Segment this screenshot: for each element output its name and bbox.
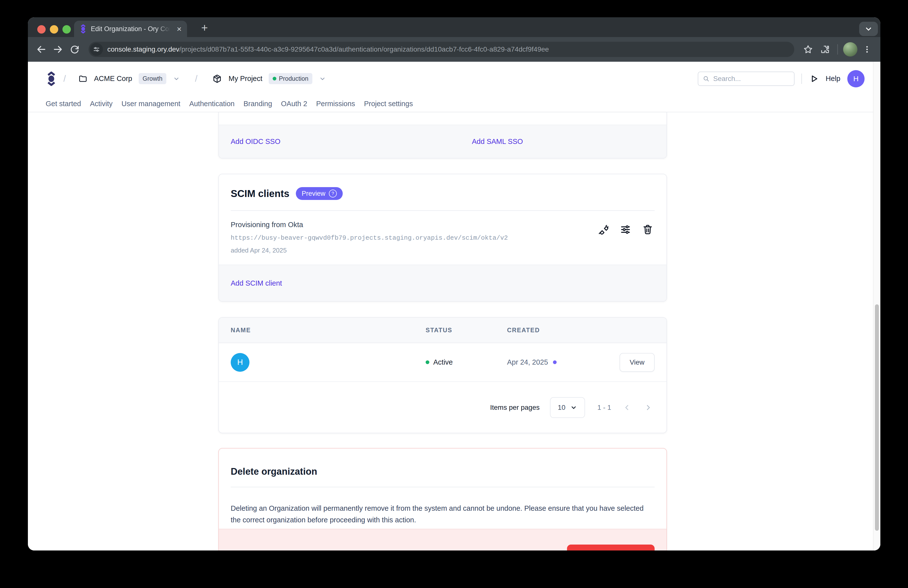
view-button[interactable]: View [620, 353, 655, 372]
browser-menu-button[interactable] [860, 42, 874, 57]
project-name[interactable]: My Project [229, 74, 262, 83]
pagination: Items per pages 10 1 - 1 [219, 382, 667, 433]
url-domain: console.staging.ory.dev [107, 45, 179, 53]
screenshot-stage: Edit Organization - Ory Console × + [0, 0, 908, 588]
user-avatar[interactable]: H [847, 70, 865, 87]
add-scim-client-link[interactable]: Add SCIM client [231, 279, 282, 287]
address-bar[interactable]: console.staging.ory.dev/projects/d087b7a… [89, 42, 794, 57]
console-header: / ACME Corp Growth / My Project Producti… [28, 62, 881, 95]
page-scrollbar[interactable] [873, 62, 881, 551]
project-box-icon [212, 74, 222, 84]
add-oidc-sso-link[interactable]: Add OIDC SSO [231, 137, 280, 146]
search-box[interactable] [698, 72, 794, 86]
sso-card: Add OIDC SSO Add SAML SSO [218, 112, 667, 158]
scim-clients-title: SCIM clients [231, 188, 290, 199]
table-header: NAME STATUS CREATED [219, 318, 667, 343]
star-icon [803, 44, 813, 55]
sliders-icon [620, 224, 631, 235]
table-row[interactable]: H Active Apr 24, 2025 View [219, 343, 667, 382]
previous-page-button[interactable] [621, 402, 633, 413]
workspace-chevron-down-icon[interactable] [173, 75, 180, 82]
page-size-value: 10 [558, 404, 565, 411]
nav-get-started[interactable]: Get started [46, 100, 81, 108]
preview-badge-label: Preview [302, 190, 325, 198]
browser-profile-button[interactable] [843, 42, 858, 57]
new-tab-button[interactable]: + [198, 21, 211, 35]
production-status-dot [273, 77, 276, 81]
tab-search-button[interactable] [859, 22, 878, 36]
created-cell: Apr 24, 2025 [507, 358, 620, 366]
maximize-window-button[interactable] [63, 25, 71, 34]
back-arrow-icon [36, 44, 47, 55]
scim-mapping-button[interactable] [618, 223, 633, 237]
scim-client-url: https://busy-beaver-gqwvd0fb79.projects.… [231, 234, 508, 242]
scim-divider [231, 210, 655, 211]
chevron-left-icon [623, 403, 631, 412]
unplug-icon [597, 224, 609, 235]
scim-connection-button[interactable] [596, 223, 610, 237]
chevron-right-icon [644, 403, 652, 412]
delete-description: Deleting an Organization will permanentl… [231, 503, 648, 526]
forward-button[interactable] [51, 42, 65, 57]
reload-button[interactable] [68, 42, 82, 57]
workspace-name[interactable]: ACME Corp [94, 74, 132, 83]
scim-client-actions [596, 223, 655, 254]
nav-permissions[interactable]: Permissions [316, 100, 355, 108]
kebab-menu-icon [862, 45, 872, 54]
scim-client-name: Provisioning from Okta [231, 221, 508, 229]
back-button[interactable] [34, 42, 48, 57]
ory-favicon-icon [79, 24, 87, 34]
info-icon: ? [329, 190, 337, 198]
browser-window: Edit Organization - Ory Console × + [28, 17, 881, 551]
delete-organization-button[interactable]: Delete organization [567, 545, 655, 551]
search-input[interactable] [713, 75, 790, 83]
trash-icon [642, 224, 654, 235]
project-chevron-down-icon[interactable] [319, 75, 326, 82]
scim-delete-button[interactable] [641, 223, 655, 237]
nav-oauth2[interactable]: OAuth 2 [281, 100, 307, 108]
next-page-button[interactable] [643, 402, 654, 413]
url-path: /projects/d087b7a1-55f3-440c-a3c9-929564… [179, 45, 549, 53]
preview-badge[interactable]: Preview ? [296, 187, 343, 200]
items-per-page-select[interactable]: 10 [550, 397, 585, 418]
tab-close-icon[interactable]: × [177, 25, 182, 33]
tune-icon [93, 46, 100, 53]
delete-card-footer: This action cannot be undone Delete orga… [219, 529, 667, 551]
help-link[interactable]: Help [826, 74, 840, 83]
sso-card-footer: Add OIDC SSO Add SAML SSO [219, 125, 667, 158]
bookmark-button[interactable] [801, 42, 815, 57]
browser-toolbar: console.staging.ory.dev/projects/d087b7a… [28, 37, 881, 62]
changelog-play-icon[interactable] [809, 74, 819, 84]
status-cell: Active [426, 358, 507, 366]
add-saml-sso-link[interactable]: Add SAML SSO [472, 137, 523, 146]
extensions-button[interactable] [818, 42, 832, 57]
nav-activity[interactable]: Activity [90, 100, 113, 108]
nav-branding[interactable]: Branding [243, 100, 272, 108]
browser-tab[interactable]: Edit Organization - Ory Console × [74, 21, 187, 37]
chevron-down-icon [570, 404, 577, 411]
delete-divider [231, 487, 655, 487]
organization-table-card: NAME STATUS CREATED H Active Apr 24, 202… [218, 317, 667, 433]
breadcrumb-separator-2: / [195, 74, 197, 84]
browser-profile-avatar [843, 42, 857, 56]
project-env-label: Production [279, 75, 308, 82]
scrollbar-thumb[interactable] [875, 304, 879, 531]
scim-clients-card: SCIM clients Preview ? Provisioning from… [218, 174, 667, 302]
close-window-button[interactable] [37, 25, 46, 34]
pagination-range: 1 - 1 [597, 404, 611, 411]
scim-client-added: added Apr 24, 2025 [231, 246, 508, 254]
reload-icon [69, 44, 80, 55]
row-avatar: H [231, 353, 250, 372]
project-nav: Get started Activity User management Aut… [28, 95, 881, 112]
tab-title: Edit Organization - Ory Console [91, 25, 173, 33]
header-divider [802, 74, 802, 84]
nav-user-management[interactable]: User management [121, 100, 180, 108]
nav-project-settings[interactable]: Project settings [364, 100, 413, 108]
breadcrumb: / ACME Corp Growth / My Project Producti… [46, 71, 326, 86]
workspace-folder-icon [78, 74, 88, 84]
nav-authentication[interactable]: Authentication [189, 100, 235, 108]
ory-logo[interactable] [46, 71, 57, 86]
minimize-window-button[interactable] [50, 25, 58, 34]
site-settings-button[interactable] [90, 43, 103, 56]
ory-console-page: / ACME Corp Growth / My Project Producti… [28, 62, 881, 551]
